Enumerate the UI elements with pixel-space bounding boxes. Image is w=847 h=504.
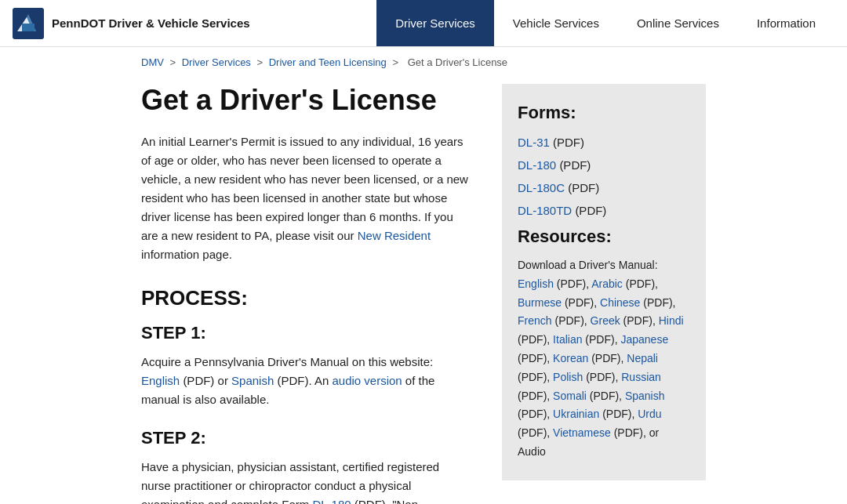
manual-polish-link[interactable]: Polish — [553, 371, 583, 383]
manual-arabic-link[interactable]: Arabic — [591, 277, 623, 290]
svg-rect-3 — [22, 24, 35, 31]
manual-burmese-link[interactable]: Burmese — [518, 296, 562, 309]
spanish-manual-link[interactable]: Spanish — [231, 374, 274, 387]
breadcrumb: DMV > Driver Services > Driver and Teen … — [0, 47, 847, 78]
main-nav: Driver Services Vehicle Services Online … — [376, 0, 834, 46]
dl180td-link[interactable]: DL-180TD — [518, 204, 572, 217]
audio-version-link[interactable]: audio version — [332, 374, 402, 387]
step2-heading: STEP 2: — [141, 428, 471, 448]
page-title: Get a Driver's License — [141, 84, 471, 117]
sidebar-form-dl180td: DL-180TD (PDF) — [518, 204, 690, 217]
sidebar: Forms: DL-31 (PDF) DL-180 (PDF) DL-180C … — [502, 84, 706, 480]
dl31-link[interactable]: DL-31 — [518, 136, 550, 149]
sidebar-form-dl31: DL-31 (PDF) — [518, 136, 690, 149]
intro-paragraph: An initial Learner's Permit is issued to… — [141, 132, 471, 264]
logo-text: PennDOT Driver & Vehicle Services — [52, 16, 250, 30]
step2-text: Have a physician, physician assistant, c… — [141, 458, 471, 504]
breadcrumb-dmv[interactable]: DMV — [141, 56, 164, 68]
dl180-link[interactable]: DL-180 — [518, 158, 556, 172]
manual-urdu-link[interactable]: Urdu — [638, 408, 661, 420]
forms-title: Forms: — [518, 103, 690, 123]
nav-vehicle-services[interactable]: Vehicle Services — [494, 0, 618, 46]
sidebar-form-dl180c: DL-180C (PDF) — [518, 181, 690, 194]
breadcrumb-driver-services[interactable]: Driver Services — [182, 56, 251, 68]
nav-driver-services[interactable]: Driver Services — [376, 0, 494, 46]
manual-spanish-link[interactable]: Spanish — [625, 390, 665, 402]
manual-japanese-link[interactable]: Japanese — [620, 333, 668, 346]
process-heading: PROCESS: — [141, 286, 471, 310]
manual-nepali-link[interactable]: Nepali — [627, 352, 658, 364]
penndot-logo-icon — [13, 8, 44, 39]
manual-ukrainian-link[interactable]: Ukrainian — [553, 408, 599, 420]
manual-korean-link[interactable]: Korean — [553, 352, 588, 364]
step1-heading: STEP 1: — [141, 323, 471, 343]
breadcrumb-driver-teen-licensing[interactable]: Driver and Teen Licensing — [269, 56, 387, 68]
site-header: PennDOT Driver & Vehicle Services Driver… — [0, 0, 847, 47]
manual-russian-link[interactable]: Russian — [621, 371, 661, 383]
nav-online-services[interactable]: Online Services — [618, 0, 738, 46]
manual-hindi-link[interactable]: Hindi — [659, 314, 684, 327]
step1-text: Acquire a Pennsylvania Driver's Manual o… — [141, 353, 471, 409]
manual-chinese-link[interactable]: Chinese — [600, 296, 640, 309]
resources-text: Download a Driver's Manual: English (PDF… — [518, 256, 690, 462]
nav-information[interactable]: Information — [738, 0, 834, 46]
logo-area: PennDOT Driver & Vehicle Services — [13, 8, 376, 39]
manual-english-link[interactable]: English — [518, 277, 554, 290]
new-resident-link[interactable]: New Resident — [358, 229, 431, 242]
dl180-form-link[interactable]: DL-180 — [312, 498, 351, 504]
sidebar-form-dl180: DL-180 (PDF) — [518, 158, 690, 172]
breadcrumb-current: Get a Driver's License — [408, 56, 507, 68]
manual-somali-link[interactable]: Somali — [553, 390, 587, 402]
manual-italian-link[interactable]: Italian — [553, 333, 582, 346]
english-manual-link[interactable]: English — [141, 374, 180, 387]
manual-french-link[interactable]: French — [518, 314, 552, 327]
manual-greek-link[interactable]: Greek — [591, 314, 620, 327]
resources-title: Resources: — [518, 227, 690, 247]
main-content: Get a Driver's License An initial Learne… — [141, 84, 471, 504]
dl180c-link[interactable]: DL-180C — [518, 181, 565, 194]
main-layout: Get a Driver's License An initial Learne… — [0, 84, 847, 504]
manual-vietnamese-link[interactable]: Vietnamese — [553, 426, 611, 439]
